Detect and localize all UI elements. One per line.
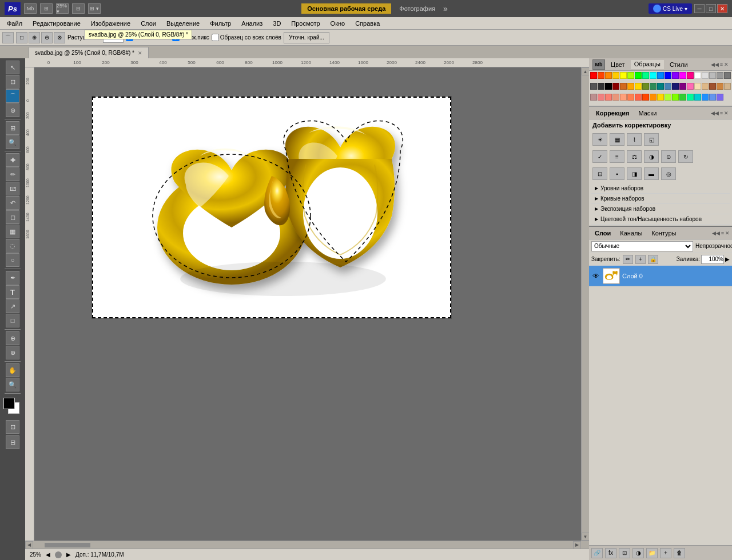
zoom-select[interactable]: 25% ▾ bbox=[56, 3, 69, 14]
close-button[interactable]: ✕ bbox=[717, 4, 727, 13]
minimize-button[interactable]: ─ bbox=[694, 4, 705, 13]
preset-hsl[interactable]: ▶ Цветовой тон/Насыщенность наборов bbox=[591, 214, 730, 225]
swatch-color[interactable] bbox=[642, 83, 649, 90]
vertical-scrollbar[interactable]: ▲ ▼ bbox=[581, 67, 589, 541]
scroll-right-button[interactable]: ▶ bbox=[573, 541, 581, 549]
blur-tool[interactable]: ◌ bbox=[6, 239, 19, 253]
quick-selection-tool[interactable]: ⊚ bbox=[6, 103, 19, 117]
brightness-icon[interactable]: ☀ bbox=[592, 133, 607, 146]
selective-color-icon[interactable]: ◎ bbox=[661, 167, 676, 180]
adj-panel-options[interactable]: ≡ bbox=[720, 110, 723, 116]
swatch-color[interactable] bbox=[702, 72, 709, 79]
swatch-color[interactable] bbox=[672, 94, 679, 101]
curves-icon[interactable]: ⌇ bbox=[627, 133, 642, 146]
3d-camera-tool[interactable]: ⊛ bbox=[6, 346, 19, 359]
invert-icon[interactable]: ⊡ bbox=[592, 167, 607, 180]
hand-tool[interactable]: ✋ bbox=[6, 363, 19, 377]
swatch-color[interactable] bbox=[717, 94, 723, 101]
swatch-color[interactable] bbox=[627, 94, 634, 101]
menu-edit[interactable]: Редактирование bbox=[28, 19, 85, 28]
scroll-left-button[interactable]: ◀ bbox=[25, 541, 33, 549]
swatch-color[interactable] bbox=[620, 72, 627, 79]
status-arrow-right[interactable]: ▶ bbox=[66, 551, 71, 558]
swatch-color[interactable] bbox=[694, 72, 701, 79]
layer-visibility-icon[interactable]: 👁 bbox=[591, 271, 600, 281]
swatch-color[interactable] bbox=[694, 83, 701, 90]
levels-icon[interactable]: ▦ bbox=[610, 133, 624, 146]
swatch-color[interactable] bbox=[642, 94, 649, 101]
tab-swatches[interactable]: Образцы bbox=[631, 60, 664, 69]
swatch-color[interactable] bbox=[665, 94, 671, 101]
swatch-color[interactable] bbox=[687, 94, 694, 101]
dodge-tool[interactable]: ○ bbox=[6, 253, 19, 267]
photo-filter-icon[interactable]: ⊙ bbox=[661, 150, 676, 163]
swatch-color[interactable] bbox=[717, 72, 723, 79]
tab-layers[interactable]: Слои bbox=[591, 229, 614, 237]
sample-all-layers-checkbox[interactable]: Образец со всех слоёв bbox=[212, 34, 281, 41]
move-tool[interactable]: ↖ bbox=[6, 61, 19, 74]
swatch-color[interactable] bbox=[709, 72, 716, 79]
fill-input[interactable] bbox=[701, 255, 724, 264]
quick-mask-mode[interactable]: ⊡ bbox=[6, 420, 19, 434]
feather-input[interactable] bbox=[103, 33, 124, 43]
swatch-color[interactable] bbox=[665, 72, 671, 79]
history-brush-tool[interactable]: ↶ bbox=[6, 196, 19, 210]
foto-button[interactable]: Фотография bbox=[393, 3, 441, 14]
scroll-up-button[interactable]: ▲ bbox=[582, 67, 590, 75]
subtract-selection-btn[interactable]: ⊖ bbox=[41, 32, 53, 43]
document-tab[interactable]: svadba.jpg @ 25% (Слой 0, RGB/8#) * ✕ bbox=[29, 47, 149, 58]
eyedropper-tool[interactable]: 🔍 bbox=[6, 135, 19, 149]
swatch-color[interactable] bbox=[635, 83, 642, 90]
mb-button[interactable]: Mb bbox=[592, 59, 605, 70]
swatch-color[interactable] bbox=[694, 94, 701, 101]
layers-panel-collapse[interactable]: ◀◀ bbox=[712, 230, 720, 236]
swatch-color[interactable] bbox=[605, 94, 612, 101]
swatch-color[interactable] bbox=[679, 72, 686, 79]
lock-all-btn[interactable]: 🔒 bbox=[648, 255, 658, 264]
exposure-icon[interactable]: ◱ bbox=[644, 133, 659, 146]
layers-panel-close[interactable]: ✕ bbox=[725, 230, 730, 236]
swatch-color[interactable] bbox=[650, 94, 657, 101]
swatch-color[interactable] bbox=[717, 83, 723, 90]
cs-live-button[interactable]: CS Live ▾ bbox=[649, 3, 692, 14]
view-btn[interactable]: ⊟ bbox=[72, 3, 85, 14]
swatch-color[interactable] bbox=[605, 72, 612, 79]
arrange-btn[interactable]: ⊞ ▾ bbox=[88, 3, 101, 14]
tab-styles[interactable]: Стили bbox=[666, 61, 691, 69]
status-arrow-left[interactable]: ◀ bbox=[46, 551, 50, 558]
lasso-tool-icon[interactable]: ⌒ bbox=[2, 32, 14, 43]
status-indicator[interactable] bbox=[55, 551, 62, 558]
swatch-color[interactable] bbox=[724, 83, 731, 90]
delete-layer-button[interactable]: 🗑 bbox=[674, 548, 685, 558]
menu-analysis[interactable]: Анализ bbox=[237, 19, 267, 28]
swatch-color[interactable] bbox=[620, 94, 627, 101]
swatch-color[interactable] bbox=[702, 94, 709, 101]
menu-image[interactable]: Изображение bbox=[86, 19, 135, 28]
swatch-color[interactable] bbox=[657, 83, 664, 90]
preset-exposure[interactable]: ▶ Экспозиция наборов bbox=[591, 204, 730, 214]
hsl-icon[interactable]: ≡ bbox=[610, 150, 624, 163]
new-adjustment-button[interactable]: ◑ bbox=[632, 548, 644, 558]
workspace-button[interactable]: Основная рабочая среда bbox=[301, 3, 391, 14]
swatch-color[interactable] bbox=[590, 94, 597, 101]
gradient-tool[interactable]: ▦ bbox=[6, 225, 19, 238]
panel-options[interactable]: ≡ bbox=[720, 62, 723, 67]
path-selection-tool[interactable]: ↗ bbox=[6, 299, 19, 313]
tab-color[interactable]: Цвет bbox=[607, 61, 628, 69]
menu-select[interactable]: Выделение bbox=[162, 19, 204, 28]
menu-file[interactable]: Файл bbox=[2, 19, 27, 28]
scroll-thumb-horizontal[interactable] bbox=[45, 543, 90, 547]
swatch-color[interactable] bbox=[679, 83, 686, 90]
swatch-color[interactable] bbox=[598, 72, 604, 79]
type-tool[interactable]: T bbox=[6, 285, 19, 299]
menu-view[interactable]: Просмотр bbox=[287, 19, 324, 28]
swatch-color[interactable] bbox=[657, 94, 664, 101]
shape-tool[interactable]: □ bbox=[6, 314, 19, 327]
channel-mixer-icon[interactable]: ↻ bbox=[678, 150, 693, 163]
crop-tool[interactable]: ⊞ bbox=[6, 121, 19, 135]
swatch-color[interactable] bbox=[612, 94, 619, 101]
swatch-color[interactable] bbox=[650, 83, 657, 90]
lock-position-btn[interactable]: + bbox=[635, 255, 646, 264]
rectangular-marquee-tool[interactable]: ⊡ bbox=[6, 75, 19, 89]
fill-arrow[interactable]: ▶ bbox=[725, 256, 730, 262]
